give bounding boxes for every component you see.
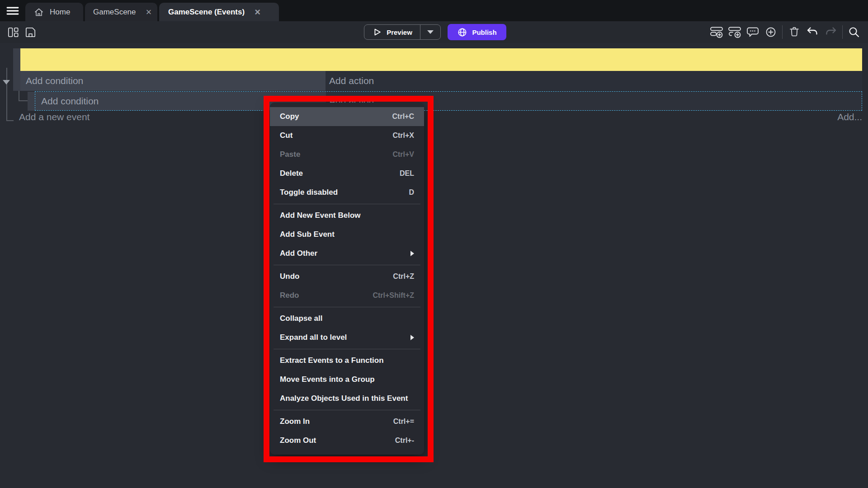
home-icon bbox=[33, 7, 44, 18]
menu-item-label: Redo bbox=[280, 291, 299, 300]
menu-item-label: Collapse all bbox=[280, 314, 322, 323]
menu-item-undo[interactable]: UndoCtrl+Z bbox=[270, 267, 424, 286]
menu-item-add-other[interactable]: Add Other bbox=[270, 244, 424, 263]
add-more-link[interactable]: Add... bbox=[837, 112, 862, 122]
submenu-arrow-icon bbox=[410, 335, 414, 340]
menu-item-label: Toggle disabled bbox=[280, 188, 338, 197]
tab-home[interactable]: Home bbox=[25, 3, 83, 21]
plus-circle-icon bbox=[764, 25, 778, 39]
menu-item-label: Add New Event Below bbox=[280, 211, 361, 220]
menu-item-label: Extract Events to a Function bbox=[280, 356, 384, 365]
add-subevent-button[interactable] bbox=[727, 25, 742, 39]
events-sheet: Add condition Add action Add condition A… bbox=[0, 43, 868, 488]
add-event-button[interactable] bbox=[709, 25, 724, 39]
tree-line bbox=[6, 120, 14, 121]
menu-item-shortcut: Ctrl+X bbox=[392, 131, 414, 140]
layout-icon bbox=[7, 26, 20, 39]
preview-options-button[interactable] bbox=[420, 25, 440, 39]
menu-item-analyze-objects-used-in-this-event[interactable]: Analyze Objects Used in this Event bbox=[270, 389, 424, 408]
menu-item-cut[interactable]: CutCtrl+X bbox=[270, 126, 424, 145]
menu-item-zoom-in[interactable]: Zoom InCtrl+= bbox=[270, 412, 424, 431]
collapse-event-icon[interactable] bbox=[3, 80, 10, 84]
toolbar-separator bbox=[842, 25, 843, 39]
events-toolbar: Preview Publish bbox=[0, 21, 868, 43]
menu-item-label: Cut bbox=[280, 131, 292, 140]
tab-label: Home bbox=[50, 8, 70, 17]
delete-button[interactable] bbox=[787, 25, 802, 39]
preview-label: Preview bbox=[387, 28, 412, 36]
submenu-arrow-icon bbox=[410, 251, 414, 256]
redo-button[interactable] bbox=[824, 25, 838, 39]
sub-event-row: Add condition Add action bbox=[35, 91, 862, 111]
preview-button[interactable]: Preview bbox=[364, 25, 420, 39]
menu-item-label: Undo bbox=[280, 272, 299, 281]
hamburger-icon bbox=[6, 5, 19, 17]
menu-item-expand-all-to-level[interactable]: Expand all to level bbox=[270, 328, 424, 347]
menu-item-shortcut: Ctrl+= bbox=[393, 418, 414, 426]
tab-gamescene-events[interactable]: GameScene (Events) × bbox=[159, 3, 279, 21]
add-condition-cell[interactable]: Add condition bbox=[20, 71, 326, 91]
play-icon bbox=[372, 27, 382, 37]
redo-icon bbox=[824, 25, 838, 39]
event-row: Add condition Add action bbox=[20, 71, 862, 91]
event-drag-handle[interactable] bbox=[28, 92, 35, 111]
context-menu: CopyCtrl+CCutCtrl+XPasteCtrl+VDeleteDELT… bbox=[270, 103, 424, 455]
menu-item-label: Move Events into a Group bbox=[280, 375, 375, 384]
tree-line bbox=[6, 68, 7, 121]
menu-item-label: Copy bbox=[280, 112, 299, 121]
publish-label: Publish bbox=[472, 28, 496, 36]
add-condition-label: Add condition bbox=[26, 75, 83, 86]
publish-button[interactable]: Publish bbox=[448, 24, 506, 40]
menu-item-shortcut: Ctrl+V bbox=[392, 150, 414, 159]
comment-icon bbox=[746, 25, 760, 39]
menu-item-label: Paste bbox=[280, 150, 300, 159]
add-new-event-link[interactable]: Add a new event bbox=[19, 112, 90, 122]
tab-gamescene[interactable]: GameScene × bbox=[85, 3, 157, 21]
menu-item-move-events-into-a-group[interactable]: Move Events into a Group bbox=[270, 370, 424, 389]
close-tab-icon[interactable]: × bbox=[255, 8, 260, 17]
menu-item-add-sub-event[interactable]: Add Sub Event bbox=[270, 225, 424, 244]
save-icon bbox=[24, 26, 37, 39]
menu-item-shortcut: D bbox=[409, 188, 414, 197]
selected-event-bar[interactable] bbox=[20, 48, 862, 71]
main-menu-button[interactable] bbox=[4, 3, 22, 19]
save-button[interactable] bbox=[23, 25, 38, 39]
preview-button-group: Preview bbox=[364, 24, 441, 40]
menu-item-redo: RedoCtrl+Shift+Z bbox=[270, 286, 424, 305]
tab-label: GameScene (Events) bbox=[168, 8, 245, 17]
search-icon bbox=[847, 25, 861, 39]
add-event-icon bbox=[710, 25, 723, 39]
menu-item-shortcut: Ctrl+Z bbox=[393, 272, 414, 281]
close-tab-icon[interactable]: × bbox=[146, 8, 152, 17]
toggle-panels-button[interactable] bbox=[6, 25, 20, 39]
menu-item-shortcut: Ctrl+Shift+Z bbox=[373, 291, 414, 300]
menu-item-extract-events-to-a-function[interactable]: Extract Events to a Function bbox=[270, 351, 424, 370]
globe-icon bbox=[457, 27, 467, 38]
menu-item-paste: PasteCtrl+V bbox=[270, 145, 424, 164]
menu-item-toggle-disabled[interactable]: Toggle disabledD bbox=[270, 183, 424, 202]
menu-item-shortcut: Ctrl+C bbox=[392, 113, 414, 121]
menu-item-label: Zoom In bbox=[280, 417, 310, 426]
menu-item-shortcut: DEL bbox=[400, 169, 414, 178]
add-comment-button[interactable] bbox=[745, 25, 760, 39]
undo-button[interactable] bbox=[805, 25, 820, 39]
menu-item-label: Zoom Out bbox=[280, 436, 316, 445]
tree-line bbox=[19, 100, 28, 101]
undo-icon bbox=[806, 25, 819, 39]
chevron-down-icon bbox=[427, 30, 434, 34]
menu-item-delete[interactable]: DeleteDEL bbox=[270, 164, 424, 183]
tab-label: GameScene bbox=[93, 8, 136, 17]
menu-separator bbox=[274, 265, 420, 265]
menu-item-label: Delete bbox=[280, 169, 303, 178]
menu-item-collapse-all[interactable]: Collapse all bbox=[270, 309, 424, 328]
menu-item-copy[interactable]: CopyCtrl+C bbox=[270, 107, 424, 126]
toolbar-separator bbox=[782, 25, 783, 39]
choose-add-button[interactable] bbox=[764, 25, 778, 39]
trash-icon bbox=[788, 26, 801, 38]
search-button[interactable] bbox=[847, 25, 861, 39]
event-drag-handle[interactable] bbox=[13, 48, 20, 91]
menu-item-zoom-out[interactable]: Zoom OutCtrl+- bbox=[270, 431, 424, 450]
menu-separator bbox=[274, 204, 420, 204]
add-action-cell[interactable]: Add action bbox=[326, 71, 862, 91]
menu-item-add-new-event-below[interactable]: Add New Event Below bbox=[270, 206, 424, 225]
